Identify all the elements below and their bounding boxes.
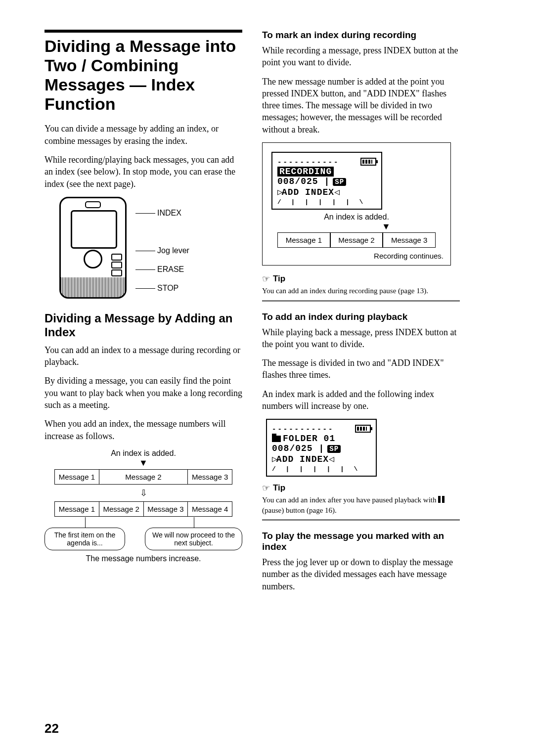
label-index: INDEX — [135, 209, 189, 218]
arrow-right-icon: ◁ — [329, 454, 333, 464]
battery-icon — [355, 425, 371, 433]
lcd-folder-line: FOLDER 01 — [283, 434, 335, 444]
heading-add-playback: To add an index during playback — [262, 311, 460, 322]
lcd-dashes: ----------- — [272, 425, 334, 433]
split-arrow-icon: ⇩ — [99, 484, 188, 501]
device-callout-labels: INDEX Jog lever ERASE STOP — [135, 197, 189, 299]
lcd-playback: ----------- FOLDER 01 008/025 |SP ▷ADD I… — [266, 419, 377, 477]
message-table-before: Message 1 Message 2 Message 3 ⇩ Message … — [54, 469, 232, 517]
msg-cell: Message 2 — [99, 469, 188, 484]
tip-label: Tip — [273, 483, 285, 493]
label-stop: STOP — [135, 284, 189, 293]
page-number: 22 — [44, 721, 59, 736]
play-p2: The message is divided in two and "ADD I… — [262, 357, 460, 381]
lcd-add-index: ADD INDEX — [282, 187, 334, 197]
lcd-dashes: ----------- — [277, 158, 339, 166]
lcd-add-index: ADD INDEX — [276, 454, 329, 464]
lcd-line-recording: RECORDING — [277, 167, 334, 177]
lcd-counter: 008/025 — [277, 177, 318, 186]
section-dividing-title: Dividing a Message by Adding an Index — [44, 311, 242, 339]
hand-point-icon: ☞ — [262, 483, 270, 493]
lcd-ticks: / | | | | | \ — [272, 465, 371, 473]
lcd-ticks: / | | | | | \ — [277, 198, 376, 206]
msg-cell: Message 3 — [188, 469, 232, 484]
left-column: Dividing a Message into Two / Combining … — [44, 30, 242, 599]
label-jog: Jog lever — [135, 246, 189, 255]
battery-icon — [360, 158, 376, 166]
callout-row: The first item on the agenda is... We wi… — [44, 528, 242, 550]
tip-row: ☞ Tip — [262, 483, 460, 493]
sp-badge: SP — [327, 445, 341, 453]
intro-paragraph-1: You can divide a message by adding an in… — [44, 123, 242, 147]
tip-2-text: You can add an index after you have paus… — [262, 495, 460, 515]
lcd-recording: ----------- RECORDING 008/025 |SP ▷ADD I… — [271, 152, 382, 210]
recording-continues-label: Recording continues. — [267, 252, 444, 260]
section2-p2: By dividing a message, you can easily fi… — [44, 375, 242, 411]
right-column: To mark an index during recording While … — [262, 30, 460, 599]
tip-divider — [262, 519, 460, 521]
section2-p1: You can add an index to a message during… — [44, 344, 242, 368]
rec-p2: The new message number is added at the p… — [262, 76, 460, 135]
diagram-caption-bottom: The message numbers increase. — [44, 554, 242, 563]
arrow-right-icon: ◁ — [334, 187, 339, 197]
arrow-left-icon: ▷ — [272, 454, 276, 464]
diagram-caption-top: An index is added. — [44, 449, 242, 458]
msg-cell: Message 2 — [330, 232, 383, 248]
tip-row: ☞ Tip — [262, 273, 460, 284]
msg-cell: Message 3 — [383, 232, 436, 248]
table-row: Message 1 Message 2 Message 3 Message 4 — [55, 501, 232, 516]
folder-icon — [272, 436, 281, 442]
msg-cell: Message 3 — [143, 501, 188, 516]
arrow-down-icon: ▼ — [44, 458, 242, 468]
msg-cell: Message 4 — [188, 501, 232, 516]
tip2-part-a: You can add an index after you have paus… — [262, 496, 438, 504]
playmsg-p1: Press the jog lever up or down to displa… — [262, 556, 460, 592]
heading-mark-recording: To mark an index during recording — [262, 30, 460, 41]
sp-badge: SP — [333, 178, 346, 186]
play-p3: An index mark is added and the following… — [262, 388, 460, 412]
section2-p3: When you add an index, the message numbe… — [44, 418, 242, 442]
msg-cell: Message 1 — [277, 232, 330, 248]
intro-paragraph-2: While recording/playing back messages, y… — [44, 154, 242, 190]
callout-bubble-2: We will now proceed to the next subject. — [145, 528, 242, 550]
index-added-label: An index is added. — [267, 213, 445, 222]
title-rule — [44, 30, 242, 33]
message-row: Message 1 Message 2 Message 3 — [277, 232, 436, 248]
device-illustration — [59, 197, 127, 299]
tip-label: Tip — [273, 274, 285, 284]
manual-page: Dividing a Message into Two / Combining … — [0, 0, 534, 756]
table-row: Message 1 Message 2 Message 3 — [55, 469, 232, 484]
hand-point-icon: ☞ — [262, 273, 270, 284]
msg-cell: Message 1 — [55, 469, 99, 484]
tip2-part-b: (pause) button (page 16). — [262, 506, 337, 514]
arrow-down-icon: ▼ — [327, 222, 445, 232]
pause-icon — [438, 496, 446, 506]
tip-1-text: You can add an index during recording pa… — [262, 286, 460, 296]
msg-cell: Message 1 — [55, 501, 99, 516]
callout-bubble-1: The first item on the agenda is... — [44, 528, 125, 550]
heading-play-marked: To play the message you marked with an i… — [262, 531, 460, 552]
lcd-counter: 008/025 — [272, 444, 313, 453]
msg-cell: Message 2 — [99, 501, 143, 516]
rec-p1: While recording a message, press INDEX b… — [262, 44, 460, 69]
arrow-left-icon: ▷ — [277, 187, 282, 197]
play-p1: While playing back a message, press INDE… — [262, 326, 460, 351]
recording-diagram: ----------- RECORDING 008/025 |SP ▷ADD I… — [262, 142, 451, 266]
label-erase: ERASE — [135, 265, 189, 274]
tip-divider — [262, 300, 460, 302]
device-figure: INDEX Jog lever ERASE STOP — [59, 197, 242, 299]
page-title: Dividing a Message into Two / Combining … — [44, 37, 242, 114]
